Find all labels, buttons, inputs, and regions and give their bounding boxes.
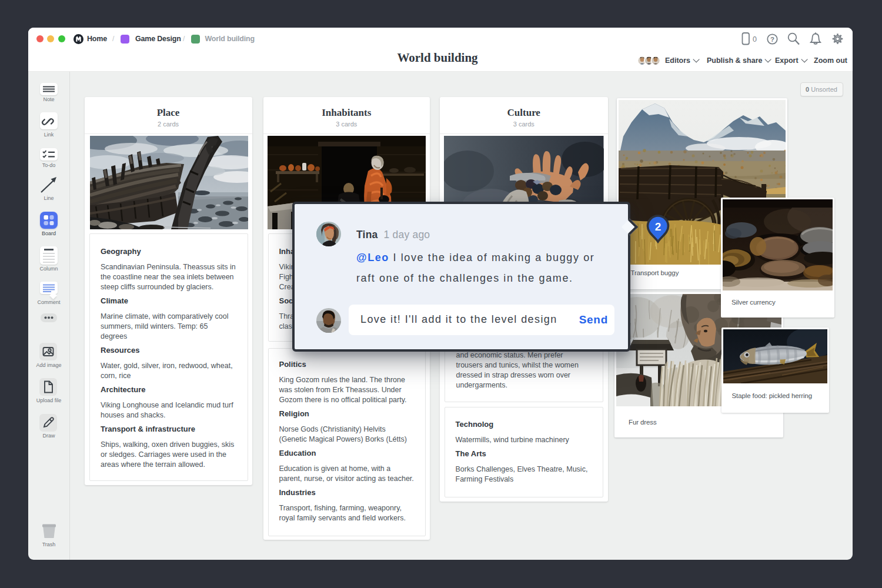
svg-text:0: 0 bbox=[753, 35, 757, 44]
svg-text:2: 2 bbox=[655, 220, 662, 233]
svg-text:?: ? bbox=[770, 36, 774, 43]
